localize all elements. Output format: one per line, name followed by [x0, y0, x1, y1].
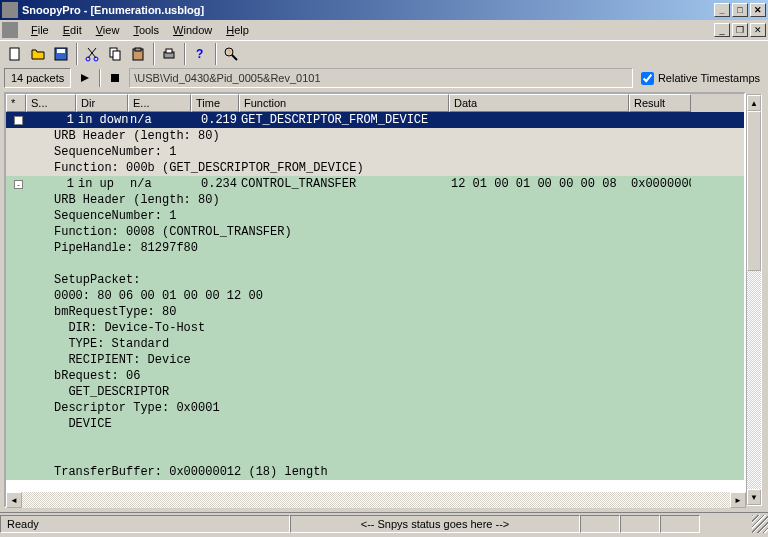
usb-device-path: \USB\Vid_0430&Pid_0005&Rev_0101 [129, 68, 633, 88]
table-row[interactable]: URB Header (length: 80) [6, 128, 744, 144]
column-header-cell[interactable]: Dir [76, 94, 128, 112]
svg-rect-10 [166, 49, 172, 53]
window-title: SnoopyPro - [Enumeration.usblog] [22, 4, 714, 16]
status-message: <-- Snpys status goes here --> [290, 515, 580, 533]
svg-text:?: ? [227, 49, 231, 56]
open-button[interactable] [27, 43, 49, 65]
scroll-up-button[interactable]: ▲ [747, 95, 761, 111]
scroll-down-button[interactable]: ▼ [747, 489, 761, 505]
table-row[interactable]: bRequest: 06 [6, 368, 744, 384]
svg-rect-6 [113, 51, 120, 60]
svg-rect-15 [111, 74, 119, 82]
table-row[interactable]: SequenceNumber: 1 [6, 208, 744, 224]
column-header-cell[interactable]: Result [629, 94, 691, 112]
table-row[interactable]: SetupPacket: [6, 272, 744, 288]
scroll-right-button[interactable]: ► [730, 492, 746, 508]
packet-list-area: *S...DirE...TimeFunctionDataResult -1in … [0, 90, 768, 512]
status-panel [580, 515, 620, 533]
relative-ts-input[interactable] [641, 72, 654, 85]
table-row[interactable]: TYPE: Standard [6, 336, 744, 352]
cut-button[interactable] [81, 43, 103, 65]
scroll-left-button[interactable]: ◄ [6, 492, 22, 508]
table-row[interactable]: SequenceNumber: 1 [6, 144, 744, 160]
status-panel [660, 515, 700, 533]
menu-edit[interactable]: Edit [56, 22, 89, 38]
maximize-button[interactable]: □ [732, 3, 748, 17]
table-row[interactable]: GET_DESCRIPTOR [6, 384, 744, 400]
column-header-cell[interactable]: S... [26, 94, 76, 112]
table-row[interactable]: URB Header (length: 80) [6, 192, 744, 208]
menu-view[interactable]: View [89, 22, 127, 38]
svg-rect-0 [10, 48, 19, 60]
table-row[interactable]: bmRequestType: 80 [6, 304, 744, 320]
svg-rect-8 [135, 48, 141, 51]
table-row[interactable]: Descriptor Type: 0x0001 [6, 400, 744, 416]
close-button[interactable]: ✕ [750, 3, 766, 17]
status-ready: Ready [0, 515, 290, 533]
toolbar-separator [215, 43, 217, 65]
relative-timestamps-checkbox[interactable]: Relative Timestamps [637, 72, 764, 85]
mdi-doc-icon[interactable] [2, 22, 18, 38]
column-header-cell[interactable]: Time [191, 94, 239, 112]
scroll-thumb[interactable] [747, 111, 761, 271]
table-row[interactable] [6, 448, 744, 464]
new-button[interactable] [4, 43, 26, 65]
print-button[interactable] [158, 43, 180, 65]
svg-rect-2 [57, 49, 65, 53]
packet-rows[interactable]: -1in downn/a0.219GET_DESCRIPTOR_FROM_DEV… [6, 112, 744, 506]
packet-count: 14 packets [4, 68, 71, 88]
toolbar: ? ? [0, 40, 768, 66]
mdi-close-button[interactable]: ✕ [750, 23, 766, 37]
table-row[interactable]: TransferBuffer: 0x00000012 (18) length [6, 464, 744, 480]
play-button[interactable] [75, 69, 95, 87]
menu-help[interactable]: Help [219, 22, 256, 38]
mdi-minimize-button[interactable]: _ [714, 23, 730, 37]
status-bar: Ready <-- Snpys status goes here --> [0, 512, 768, 534]
status-panel [620, 515, 660, 533]
save-button[interactable] [50, 43, 72, 65]
find-button[interactable]: ? [220, 43, 242, 65]
svg-text:?: ? [196, 47, 203, 61]
table-row[interactable]: DEVICE [6, 416, 744, 432]
menu-window[interactable]: Window [166, 22, 219, 38]
mdi-restore-button[interactable]: ❐ [732, 23, 748, 37]
column-header-cell[interactable]: E... [128, 94, 191, 112]
stop-button[interactable] [105, 69, 125, 87]
table-row[interactable]: -1in downn/a0.219GET_DESCRIPTOR_FROM_DEV… [6, 112, 744, 128]
info-bar: 14 packets \USB\Vid_0430&Pid_0005&Rev_01… [0, 66, 768, 90]
table-row[interactable] [6, 432, 744, 448]
column-header-cell[interactable]: Data [449, 94, 629, 112]
title-bar: SnoopyPro - [Enumeration.usblog] _ □ ✕ [0, 0, 768, 20]
horizontal-scrollbar[interactable]: ◄ ► [6, 492, 746, 508]
expand-toggle[interactable]: - [14, 180, 23, 189]
toolbar-separator [76, 43, 78, 65]
toolbar-separator [184, 43, 186, 65]
table-row[interactable]: Function: 0008 (CONTROL_TRANSFER) [6, 224, 744, 240]
menu-tools[interactable]: Tools [126, 22, 166, 38]
table-row[interactable]: -1in upn/a0.234CONTROL_TRANSFER12 01 00 … [6, 176, 744, 192]
toolbar-separator [153, 43, 155, 65]
app-icon [2, 2, 18, 18]
vertical-scrollbar[interactable]: ▲ ▼ [746, 94, 762, 506]
table-row[interactable]: Function: 000b (GET_DESCRIPTOR_FROM_DEVI… [6, 160, 744, 176]
menu-bar: File Edit View Tools Window Help _ ❐ ✕ [0, 20, 768, 40]
table-row[interactable]: RECIPIENT: Device [6, 352, 744, 368]
table-row[interactable]: 0000: 80 06 00 01 00 00 12 00 [6, 288, 744, 304]
table-row[interactable]: PipeHandle: 81297f80 [6, 240, 744, 256]
minimize-button[interactable]: _ [714, 3, 730, 17]
paste-button[interactable] [127, 43, 149, 65]
menu-file[interactable]: File [24, 22, 56, 38]
relative-ts-label: Relative Timestamps [658, 72, 760, 84]
expand-toggle[interactable]: - [14, 116, 23, 125]
resize-grip[interactable] [752, 515, 768, 533]
column-header: *S...DirE...TimeFunctionDataResult [6, 94, 744, 112]
table-row[interactable]: DIR: Device-To-Host [6, 320, 744, 336]
help-button[interactable]: ? [189, 43, 211, 65]
table-row[interactable] [6, 256, 744, 272]
column-header-cell[interactable]: * [6, 94, 26, 112]
copy-button[interactable] [104, 43, 126, 65]
svg-line-13 [232, 55, 237, 60]
column-header-cell[interactable]: Function [239, 94, 449, 112]
